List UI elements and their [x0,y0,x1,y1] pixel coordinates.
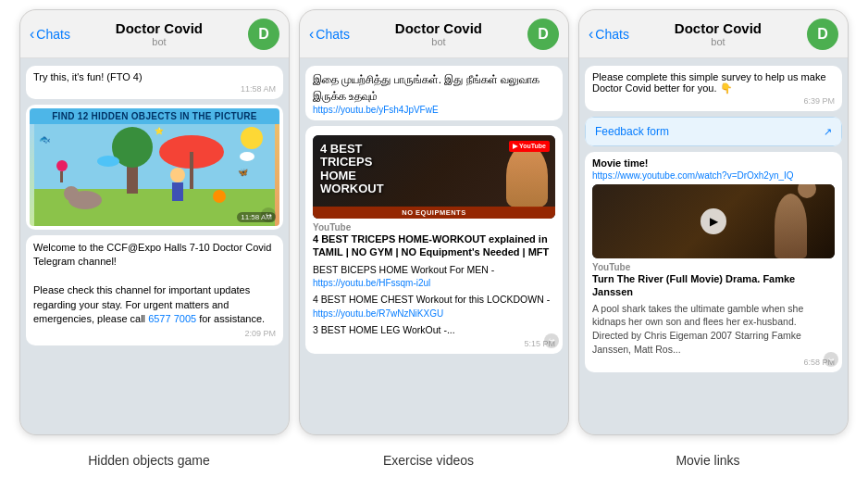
bubble-1-1-time: 11:58 AM [33,84,276,94]
yt-video-title: 4 BEST TRICEPS HOME-WORKOUT explained in… [313,232,555,259]
header-center-3: Doctor Covid bot [635,20,801,47]
yt-link-2[interactable]: https://youtu.be/R7wNzNiKXGU [313,308,443,319]
movie-intro-text: Movie time! [592,157,835,169]
header-center-2: Doctor Covid bot [355,20,522,47]
movie-description: A pool shark takes the ultimate gamble w… [592,302,835,357]
svg-point-6 [170,168,185,182]
yt-desc-2: 4 BEST HOME CHEST Workout for this LOCKD… [313,293,555,320]
bubble-2-2: 4 BESTTRICEPSHOMEWORKOUT NO EQUIPMENTS ▶… [305,126,563,354]
feedback-label: Feedback form [595,125,669,138]
avatar-2: D [527,19,559,50]
phone-3: ‹ Chats Doctor Covid bot D Please comple… [578,9,849,435]
hidden-objects-title: FIND 12 HIDDEN OBJECTS IN THE PICTURE [30,108,279,124]
bubble-1-3: Welcome to the CCF@Expo Halls 7-10 Docto… [26,235,283,345]
chat-title-3: Doctor Covid [675,20,762,36]
play-button[interactable]: ▶ [701,208,726,234]
feedback-form-button[interactable]: Feedback form ↗ [585,117,842,146]
phone-1: ‹ Chats Doctor Covid bot D Try this, it'… [19,9,290,435]
chat-body-3: Please complete this simple survey to he… [579,58,848,434]
header-center-1: Doctor Covid bot [76,20,242,47]
movie-title: Turn The River (Full Movie) Drama. Famke… [592,272,835,299]
svg-text:🐟: 🐟 [39,133,51,145]
yt-source-label: YouTube [313,222,555,232]
tamil-link[interactable]: https://youtu.be/yFsh4JpVFwE [313,105,555,115]
svg-point-12 [97,156,119,167]
phones-row: ‹ Chats Doctor Covid bot D Try this, it'… [6,0,862,446]
svg-point-9 [64,186,79,201]
svg-rect-14 [60,171,63,182]
svg-point-11 [240,152,254,161]
svg-rect-7 [172,182,183,201]
forward-icon-2[interactable]: ↪ [544,333,559,348]
yt-thumb-text: 4 BESTTRICEPSHOMEWORKOUT [320,142,384,195]
chat-subtitle-3: bot [711,36,725,47]
external-link-icon: ↗ [824,126,832,138]
chat-body-2: இதை முயற்சித்து பாருங்கள். இது நீங்கள் வ… [300,58,568,434]
svg-point-10 [213,190,226,203]
phone-number: 6577 7005 [148,313,196,324]
bubble-3-3: Movie time! https://www.youtube.com/watc… [585,152,842,372]
back-button-1[interactable]: ‹ Chats [30,26,70,43]
svg-point-13 [56,160,68,171]
bubble-1-3-text: Welcome to the CCF@Expo Halls 7-10 Docto… [33,241,276,326]
svg-text:🦋: 🦋 [238,167,249,178]
youtube-thumbnail: 4 BESTTRICEPSHOMEWORKOUT NO EQUIPMENTS ▶… [313,135,555,219]
phone-3-header: ‹ Chats Doctor Covid bot D [579,10,848,58]
svg-text:⭐: ⭐ [155,126,164,135]
phone-2-header: ‹ Chats Doctor Covid bot D [300,10,568,58]
phone-1-header: ‹ Chats Doctor Covid bot D [20,10,289,58]
movie-link[interactable]: https://www.youtube.com/watch?v=DrOxh2yn… [592,170,835,181]
bubble-3-1: Please complete this simple survey to he… [585,66,842,111]
movie-yt-label: YouTube [592,262,835,272]
phone-labels-row: Hidden objects game Exercise videos Movi… [0,446,868,477]
chat-subtitle-2: bot [431,36,445,47]
no-equipment-label: NO EQUIPMENTS [402,208,465,217]
svg-point-15 [241,127,263,149]
bubble-1-1: Try this, it's fun! (FTO 4) 11:58 AM [26,66,283,99]
back-button-3[interactable]: ‹ Chats [589,26,629,43]
tamil-text: இதை முயற்சித்து பாருங்கள். இது நீங்கள் வ… [313,71,555,105]
movie-thumbnail: ▶ [592,184,835,258]
bubble-1-1-text: Try this, it's fun! (FTO 4) [33,71,143,82]
chat-body-1: Try this, it's fun! (FTO 4) 11:58 AM FIN… [20,58,289,434]
label-phone-3: Movie links [573,453,843,468]
bubble-1-2: FIND 12 HIDDEN OBJECTS IN THE PICTURE [26,105,283,230]
forward-icon-3[interactable]: ↪ [824,352,838,367]
chat-title-2: Doctor Covid [395,20,482,36]
chevron-left-icon-3: ‹ [589,26,593,43]
bubble-1-3-time: 2:09 PM [33,328,276,340]
bubble-3-1-time: 6:39 PM [592,96,835,106]
bubble-3-3-time: 6:58 PM [592,358,835,367]
forward-icon-1[interactable]: ↪ [261,207,276,222]
yt-desc: BEST BICEPS HOME Workout For MEN - https… [313,263,555,291]
back-label-3: Chats [595,27,629,42]
back-button-2[interactable]: ‹ Chats [309,26,350,43]
chat-subtitle-1: bot [152,36,166,47]
chevron-left-icon-2: ‹ [309,26,314,43]
phone-2: ‹ Chats Doctor Covid bot D இதை முயற்சித்… [299,9,569,435]
chat-title-1: Doctor Covid [116,20,203,36]
bubble-2-2-time: 5:15 PM [313,339,555,348]
avatar-1: D [248,19,279,50]
back-label-2: Chats [316,27,350,42]
chevron-left-icon: ‹ [30,26,34,43]
bubble-2-1: இதை முயற்சித்து பாருங்கள். இது நீங்கள் வ… [305,66,563,120]
yt-desc-3: 3 BEST HOME LEG WorkOut -... [313,323,555,337]
yt-link-1[interactable]: https://youtu.be/HFssqm-i2ul [313,278,430,288]
back-label-1: Chats [36,27,70,42]
youtube-logo-badge: ▶ YouTube [509,141,550,152]
label-phone-2: Exercise videos [293,453,564,468]
feedback-bubble: Feedback form ↗ [585,117,842,146]
survey-text: Please complete this simple survey to he… [592,71,835,94]
hidden-objects-image: 🐟 🦋 ⭐ 11:58 AM ↪ [30,124,279,226]
label-phone-1: Hidden objects game [14,453,284,468]
svg-rect-5 [190,152,193,189]
avatar-3: D [807,19,838,50]
